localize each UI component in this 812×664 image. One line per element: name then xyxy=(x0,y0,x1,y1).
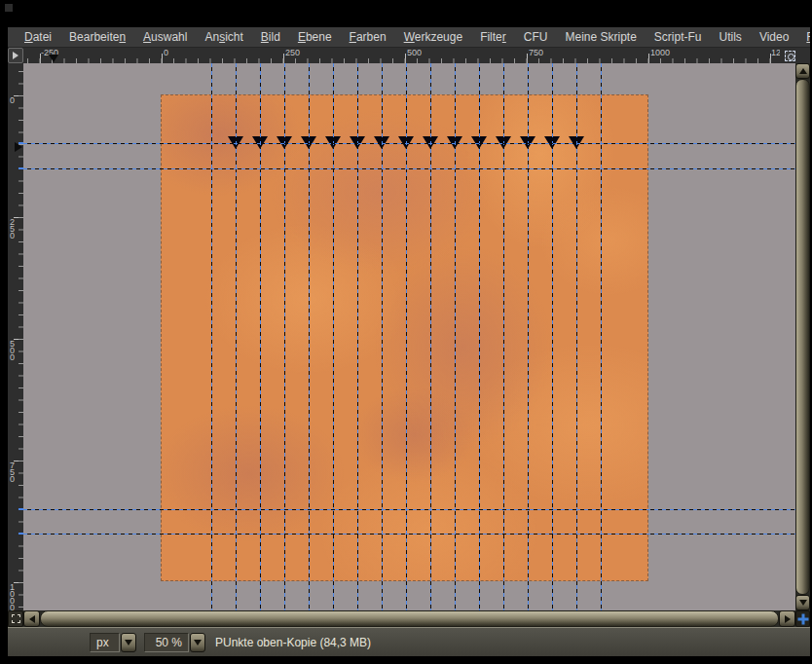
horizontal-ruler[interactable]: -250025050075010001250 xyxy=(23,48,780,63)
arrow-right-icon xyxy=(785,615,791,623)
status-bar: px 50 % PUnkte oben-Kopie (84,3 MB) xyxy=(8,627,810,656)
h-ruler-label: 0 xyxy=(164,49,168,57)
vertical-guide[interactable] xyxy=(406,63,407,610)
horizontal-scrollbar-thumb[interactable] xyxy=(40,610,779,627)
horizontal-guide[interactable] xyxy=(23,534,795,535)
horizontal-guide[interactable] xyxy=(23,509,795,510)
image-menu-arrow-icon xyxy=(13,52,18,59)
vertical-guide[interactable] xyxy=(576,63,577,610)
horizontal-guide[interactable] xyxy=(23,143,795,144)
vertical-scrollbar[interactable] xyxy=(795,63,810,610)
arrow-left-icon xyxy=(29,615,35,623)
menu-item-cfu[interactable]: CFU xyxy=(515,28,557,46)
v-ruler-label: 1000 xyxy=(10,584,15,610)
v-ruler-label: 250 xyxy=(10,219,15,240)
zoom-follow-window-icon xyxy=(785,51,795,61)
h-ruler-label: 1250 xyxy=(771,49,780,57)
h-ruler-label: 750 xyxy=(529,49,543,57)
h-ruler-label: 250 xyxy=(285,49,300,57)
ruler-row: -250025050075010001250 xyxy=(8,48,810,63)
menu-item-ansicht[interactable]: Ansicht xyxy=(196,28,251,46)
zoom-value: 50 % xyxy=(156,636,182,649)
vertical-guide[interactable] xyxy=(503,63,504,610)
canvas-viewport[interactable] xyxy=(23,63,795,610)
scroll-down-button[interactable] xyxy=(795,595,810,610)
vertical-guide[interactable] xyxy=(211,63,212,610)
chevron-down-icon xyxy=(125,640,132,646)
position-field xyxy=(12,633,82,652)
menu-item-script-fu[interactable]: Script-Fu xyxy=(646,28,711,46)
menu-item-werkzeuge[interactable]: Werkzeuge xyxy=(395,28,471,46)
gimp-window: DateiBearbeitenAuswahlAnsichtBildEbeneFa… xyxy=(8,27,810,656)
vertical-guide[interactable] xyxy=(284,63,285,610)
vertical-guide[interactable] xyxy=(430,63,431,610)
image-canvas[interactable] xyxy=(161,94,648,581)
vertical-guide[interactable] xyxy=(382,63,383,610)
menu-item-fenster[interactable]: Fenster xyxy=(797,28,810,46)
quick-mask-toggle[interactable] xyxy=(8,610,23,627)
status-message: PUnkte oben-Kopie (84,3 MB) xyxy=(215,636,371,649)
unit-field[interactable]: px xyxy=(90,633,120,652)
zoom-follow-window-toggle[interactable] xyxy=(780,48,810,63)
h-ruler-label: 500 xyxy=(407,49,422,57)
vertical-guide[interactable] xyxy=(552,63,553,610)
menu-item-filter[interactable]: Filter xyxy=(471,28,515,46)
arrow-down-icon xyxy=(799,600,807,606)
h-ruler-label: 1000 xyxy=(650,49,670,57)
vertical-guide[interactable] xyxy=(333,63,334,610)
window-icon xyxy=(5,4,13,12)
image-menu-button[interactable] xyxy=(8,48,23,63)
v-ruler-pointer-icon xyxy=(15,142,22,152)
vertical-guide[interactable] xyxy=(260,63,261,610)
scroll-right-button[interactable] xyxy=(779,610,795,627)
menu-item-farben[interactable]: Farben xyxy=(341,28,395,46)
chevron-down-icon xyxy=(194,640,202,646)
scroll-up-button[interactable] xyxy=(795,63,810,79)
h-ruler-pointer-icon xyxy=(49,55,58,62)
menu-item-datei[interactable]: Datei xyxy=(16,28,60,46)
arrow-up-icon xyxy=(799,68,807,74)
quick-mask-icon xyxy=(12,614,20,623)
zoom-dropdown-button[interactable] xyxy=(190,633,205,652)
menu-item-auswahl[interactable]: Auswahl xyxy=(134,28,196,46)
vertical-scrollbar-thumb[interactable] xyxy=(795,79,810,595)
vertical-guide[interactable] xyxy=(479,63,480,610)
menu-item-bild[interactable]: Bild xyxy=(252,28,289,46)
horizontal-guide[interactable] xyxy=(23,168,795,169)
vertical-guide[interactable] xyxy=(236,63,237,610)
vertical-ruler[interactable]: 02505007501000 xyxy=(8,63,23,610)
navigation-icon xyxy=(797,613,808,624)
menu-item-ebene[interactable]: Ebene xyxy=(289,28,341,46)
unit-dropdown-button[interactable] xyxy=(121,633,136,652)
vertical-guide[interactable] xyxy=(309,63,310,610)
v-ruler-label: 500 xyxy=(10,341,15,361)
vertical-guide[interactable] xyxy=(601,63,602,610)
window-titlebar xyxy=(0,0,812,27)
menu-item-bearbeiten[interactable]: Bearbeiten xyxy=(60,28,134,46)
v-ruler-label: 0 xyxy=(10,97,15,104)
menu-bar: DateiBearbeitenAuswahlAnsichtBildEbeneFa… xyxy=(8,27,810,48)
menu-item-video[interactable]: Video xyxy=(751,28,797,46)
vertical-guide[interactable] xyxy=(455,63,456,610)
menu-item-meine-skripte[interactable]: Meine Skripte xyxy=(556,28,645,46)
menu-item-utils[interactable]: Utils xyxy=(711,28,751,46)
vertical-guide[interactable] xyxy=(528,63,529,610)
zoom-field[interactable]: 50 % xyxy=(144,633,189,652)
unit-value: px xyxy=(96,636,109,649)
navigation-button[interactable] xyxy=(795,610,810,627)
v-ruler-label: 750 xyxy=(10,462,15,483)
horizontal-scrollbar[interactable] xyxy=(8,610,810,627)
vertical-guide[interactable] xyxy=(357,63,358,610)
main-row: 02505007501000 xyxy=(8,63,810,610)
scroll-left-button[interactable] xyxy=(23,610,40,627)
